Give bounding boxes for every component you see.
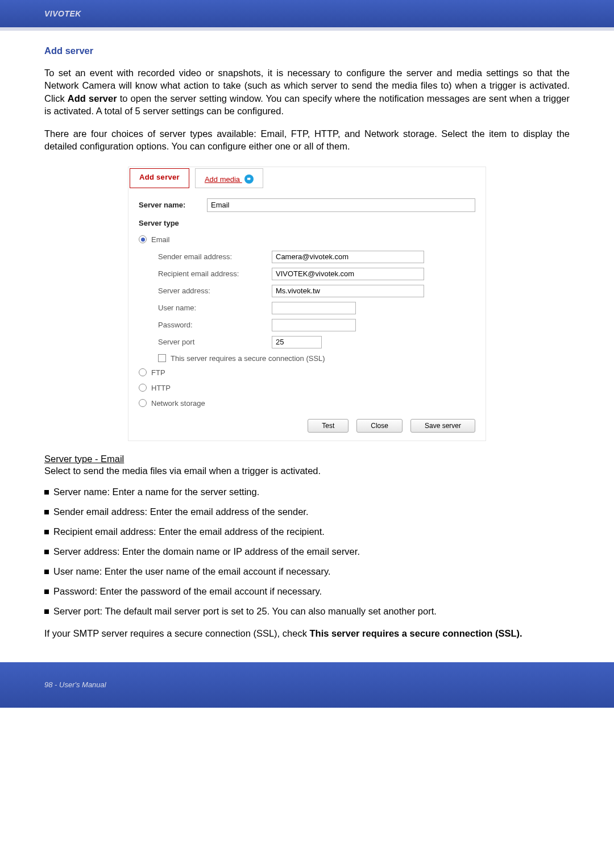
footer-text: 98 - User's Manual [44,680,106,689]
password-label: Password: [158,321,272,329]
email-section-desc: Select to send the media files via email… [44,466,570,476]
section-title: Add server [44,45,570,56]
ssl-note-a: If your SMTP server requires a secure co… [44,628,309,638]
footer-banner: 98 - User's Manual [0,662,614,708]
bullet-icon [44,570,49,574]
radio-ftp-dot [139,368,147,376]
list-item: Server name: Enter a name for the server… [44,487,570,497]
radio-network-storage[interactable]: Network storage [139,399,475,408]
server-name-row: Server name: [139,198,475,212]
radio-network-storage-dot [139,399,147,407]
save-server-button[interactable]: Save server [410,419,475,433]
dialog-tabs: Add server Add media [128,167,486,192]
ssl-check-row[interactable]: This server requires a secure connection… [158,354,475,363]
list-item: Sender email address: Enter the email ad… [44,506,570,517]
bullet-icon [44,530,49,534]
radio-email-label: Email [151,235,170,244]
add-media-arrow-icon [244,175,254,184]
test-button[interactable]: Test [308,419,349,433]
add-server-dialog: Add server Add media Server name: Server… [128,167,486,441]
list-item: Recipient email address: Enter the email… [44,526,570,537]
radio-email[interactable]: Email [139,235,475,244]
radio-http-label: HTTP [151,384,171,392]
server-name-input[interactable] [207,198,475,212]
bullet-icon [44,550,49,554]
sender-label: Sender email address: [158,252,272,261]
recipient-label: Recipient email address: [158,269,272,278]
brand: VIVOTEK [44,9,81,18]
radio-ftp-label: FTP [151,368,165,377]
email-fields: Sender email address: Recipient email ad… [158,251,475,348]
bullet-text: Server address: Enter the domain name or… [53,546,360,557]
bullet-text: Server name: Enter a name for the server… [53,487,259,497]
radio-ftp[interactable]: FTP [139,368,475,377]
bullet-text: Password: Enter the password of the emai… [53,586,322,597]
bullet-icon [44,609,49,614]
server-address-input[interactable] [272,285,424,297]
list-item: Server address: Enter the domain name or… [44,546,570,557]
bullet-text: User name: Enter the user name of the em… [53,566,331,577]
ssl-note-bold: This server requires a secure connection… [309,628,522,638]
radio-email-dot [139,235,147,243]
email-bullet-list: Server name: Enter a name for the server… [44,487,570,617]
server-port-input[interactable] [272,336,322,348]
tab-add-server[interactable]: Add server [130,168,189,188]
bullet-icon [44,510,49,514]
dialog-buttons: Test Close Save server [139,414,475,433]
intro-p1-bold: Add server [68,93,117,103]
header-banner: VIVOTEK [0,0,614,27]
server-name-label: Server name: [139,201,207,209]
recipient-input[interactable] [272,268,424,280]
bullet-text: Server port: The default mail server por… [53,606,437,617]
radio-network-storage-label: Network storage [151,399,205,408]
bullet-text: Recipient email address: Enter the email… [53,526,325,537]
password-input[interactable] [272,319,356,331]
list-item: User name: Enter the user name of the em… [44,566,570,577]
radio-http[interactable]: HTTP [139,384,475,392]
ssl-note: If your SMTP server requires a secure co… [44,627,570,639]
dialog-body: Server name: Server type Email Sender em… [128,192,486,441]
server-type-heading: Server type [139,219,475,227]
username-label: User name: [158,304,272,312]
ssl-checkbox[interactable] [158,354,166,362]
page-content: Add server To set an event with recorded… [0,31,614,662]
list-item: Server port: The default mail server por… [44,606,570,617]
radio-http-dot [139,384,147,392]
server-port-label: Server port [158,338,272,346]
tab-add-media[interactable]: Add media [195,168,263,188]
bullet-text: Sender email address: Enter the email ad… [53,506,309,517]
intro-paragraph-2: There are four choices of server types a… [44,127,570,153]
close-button[interactable]: Close [356,419,403,433]
bullet-icon [44,589,49,594]
tab-add-media-label: Add media [205,175,240,184]
server-address-label: Server address: [158,286,272,295]
list-item: Password: Enter the password of the emai… [44,586,570,597]
bullet-icon [44,490,49,495]
intro-paragraph: To set an event with recorded video or s… [44,67,570,117]
username-input[interactable] [272,302,356,314]
sender-input[interactable] [272,251,424,263]
email-section-heading: Server type - Email [44,454,124,464]
intro-p1-b: to open the server setting window. You c… [44,93,570,116]
ssl-label: This server requires a secure connection… [171,354,325,363]
